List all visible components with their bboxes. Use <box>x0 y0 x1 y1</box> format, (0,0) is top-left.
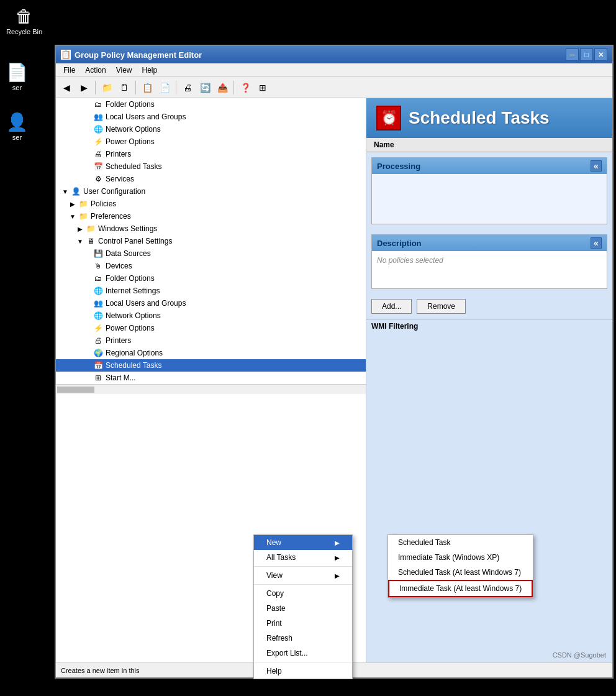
file-desktop-icon[interactable]: 📄 ser <box>6 62 28 91</box>
tree-item-local-users[interactable]: 👥 Local Users and Groups <box>56 111 366 123</box>
export-button[interactable]: 📤 <box>214 80 230 96</box>
tree-item-preferences[interactable]: ▼ 📁 Preferences <box>56 210 366 222</box>
context-menu-refresh[interactable]: Refresh <box>254 631 352 646</box>
add-button[interactable]: Add... <box>371 299 412 314</box>
remove-button[interactable]: Remove <box>417 299 466 314</box>
tree-item-folder-options2[interactable]: 🗂 Folder Options <box>56 272 366 285</box>
description-section: Description « No policies selected <box>371 234 607 289</box>
devices-icon: 🖱 <box>93 261 103 271</box>
help-button[interactable]: ❓ <box>237 80 253 96</box>
maximize-button[interactable]: □ <box>580 48 593 61</box>
copy-button[interactable]: 📋 <box>139 80 155 96</box>
tree-item-power-options[interactable]: ⚡ Power Options <box>56 135 366 148</box>
tree-item-printers2[interactable]: 🖨 Printers <box>56 334 366 347</box>
preferences-icon: 📁 <box>78 211 88 221</box>
tree-item-devices[interactable]: 🖱 Devices <box>56 260 366 272</box>
view-submenu-arrow: ▶ <box>335 572 340 579</box>
submenu-scheduled-task[interactable]: Scheduled Task <box>388 535 533 550</box>
separator3 <box>176 81 176 94</box>
tree-item-local-users2[interactable]: 👥 Local Users and Groups <box>56 297 366 309</box>
close-button[interactable]: ✕ <box>594 48 607 61</box>
window-controls: ─ □ ✕ <box>566 48 607 61</box>
control-panel-expander[interactable]: ▼ <box>76 237 84 245</box>
tree-item-control-panel[interactable]: ▼ 🖥 Control Panel Settings <box>56 235 366 247</box>
up-button[interactable]: 📁 <box>99 80 115 96</box>
submenu-scheduled-task-win7[interactable]: Scheduled Task (At least Windows 7) <box>388 565 533 580</box>
back-button[interactable]: ◀ <box>58 80 75 96</box>
refresh-button[interactable]: 🔄 <box>197 80 213 96</box>
separator-after-view <box>254 584 352 585</box>
tree-item-power-options2[interactable]: ⚡ Power Options <box>56 322 366 334</box>
forward-button[interactable]: ▶ <box>76 80 92 96</box>
tree-item-user-config[interactable]: ▼ 👤 User Configuration <box>56 185 366 198</box>
tree-item-scheduled-tasks-top[interactable]: 📅 Scheduled Tasks <box>56 160 366 173</box>
recycle-bin-icon[interactable]: 🗑 Recycle Bin <box>6 6 42 35</box>
printers-icon: 🖨 <box>93 149 103 159</box>
context-menu-all-tasks[interactable]: All Tasks ▶ <box>254 550 352 565</box>
power-options-icon: ⚡ <box>93 137 103 147</box>
window-title: Group Policy Management Editor <box>75 50 202 60</box>
processing-collapse-button[interactable]: « <box>591 160 602 172</box>
tree-item-policies[interactable]: ▶ 📁 Policies <box>56 198 366 210</box>
tree-item-windows-settings[interactable]: ▶ 📁 Windows Settings <box>56 222 366 235</box>
user-config-expander[interactable]: ▼ <box>61 187 70 196</box>
context-menu: New ▶ All Tasks ▶ View ▶ Copy Paste Prin… <box>253 534 353 679</box>
windows-settings-expander[interactable]: ▶ <box>76 224 84 233</box>
name-column-header: Name <box>366 138 612 152</box>
horizontal-scrollbar[interactable] <box>56 384 366 394</box>
tree-item-network-options2[interactable]: 🌐 Network Options <box>56 309 366 322</box>
menu-file[interactable]: File <box>58 65 80 76</box>
submenu-immediate-task-win7[interactable]: Immediate Task (At least Windows 7) <box>388 580 533 597</box>
toolbar: ◀ ▶ 📁 🗒 📋 📄 🖨 🔄 📤 ❓ ⊞ <box>56 77 612 98</box>
title-bar: 📋 Group Policy Management Editor ─ □ ✕ <box>56 46 612 63</box>
context-menu-new[interactable]: New ▶ <box>254 535 352 550</box>
processing-header: Processing « <box>372 158 607 174</box>
context-menu-copy[interactable]: Copy <box>254 586 352 601</box>
paste-button[interactable]: 📄 <box>156 80 173 96</box>
tree-item-start-menu[interactable]: ⊞ Start M... <box>56 372 366 384</box>
description-collapse-button[interactable]: « <box>591 237 602 249</box>
menu-action[interactable]: Action <box>80 65 111 76</box>
context-menu-help[interactable]: Help <box>254 664 352 679</box>
tasks-header: ⏰ Scheduled Tasks <box>366 98 612 138</box>
policies-expander[interactable]: ▶ <box>68 199 77 208</box>
tree-item-printers[interactable]: 🖨 Printers <box>56 148 366 160</box>
separator-before-help <box>254 662 352 662</box>
description-header: Description « <box>372 235 607 251</box>
printers2-icon: 🖨 <box>93 336 103 346</box>
tree-item-services[interactable]: ⚙ Services <box>56 173 366 185</box>
show-hide-button[interactable]: 🗒 <box>116 80 132 96</box>
submenu-immediate-task-xp[interactable]: Immediate Task (Windows XP) <box>388 550 533 565</box>
all-tasks-submenu-arrow: ▶ <box>335 554 340 561</box>
new-submenu: Scheduled Task Immediate Task (Windows X… <box>387 534 533 598</box>
tree-item-network-options[interactable]: 🌐 Network Options <box>56 123 366 135</box>
menu-help[interactable]: Help <box>137 65 163 76</box>
network-options2-icon: 🌐 <box>93 311 103 321</box>
context-menu-print[interactable]: Print <box>254 616 352 631</box>
print-button[interactable]: 🖨 <box>179 80 196 96</box>
power-options2-icon: ⚡ <box>93 323 103 333</box>
preferences-expander[interactable]: ▼ <box>68 212 77 221</box>
start-menu-icon: ⊞ <box>93 373 103 383</box>
minimize-button[interactable]: ─ <box>566 48 579 61</box>
separator1 <box>95 81 96 94</box>
details-button[interactable]: ⊞ <box>255 80 271 96</box>
separator-after-all-tasks <box>254 566 352 567</box>
app-icon: 📋 <box>61 50 71 60</box>
context-menu-paste[interactable]: Paste <box>254 601 352 616</box>
menu-view[interactable]: View <box>111 65 137 76</box>
context-menu-view[interactable]: View ▶ <box>254 568 352 583</box>
local-users2-icon: 👥 <box>93 298 103 308</box>
tree-item-internet-settings[interactable]: 🌐 Internet Settings <box>56 285 366 297</box>
tasks-header-title: Scheduled Tasks <box>409 108 550 128</box>
context-menu-export-list[interactable]: Export List... <box>254 646 352 661</box>
user-desktop-icon[interactable]: 👤 ser <box>6 112 28 141</box>
tree-item-regional-options[interactable]: 🌍 Regional Options <box>56 347 366 359</box>
control-panel-icon: 🖥 <box>86 236 96 246</box>
folder-options-icon: 🗂 <box>93 99 103 109</box>
main-window: 📋 Group Policy Management Editor ─ □ ✕ F… <box>55 45 614 679</box>
tree-item-scheduled-tasks2[interactable]: 📅 Scheduled Tasks <box>56 359 366 372</box>
tree-item-data-sources[interactable]: 💾 Data Sources <box>56 247 366 260</box>
tree-item-folder-options[interactable]: 🗂 Folder Options <box>56 98 366 111</box>
bottom-buttons: Add... Remove <box>366 294 612 319</box>
